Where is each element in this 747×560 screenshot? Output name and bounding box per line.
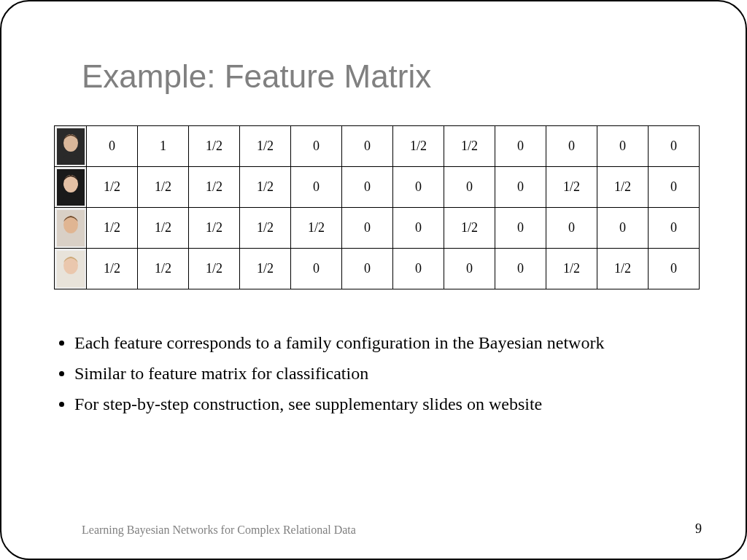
matrix-cell: 1/2 <box>87 208 138 249</box>
person-icon <box>57 169 85 206</box>
matrix-cell: 0 <box>393 167 444 208</box>
matrix-cell: 1/2 <box>291 208 342 249</box>
table-row: 1/21/21/21/2000001/21/20 <box>55 167 700 208</box>
matrix-cell: 1/2 <box>189 208 240 249</box>
matrix-cell: 0 <box>393 208 444 249</box>
matrix-cell: 0 <box>444 167 495 208</box>
matrix-cell: 1/2 <box>393 126 444 167</box>
bullet-item: Similar to feature matrix for classifica… <box>74 360 680 386</box>
matrix-cell: 0 <box>495 249 546 289</box>
matrix-cell: 1/2 <box>240 126 291 167</box>
table-row: 1/21/21/21/21/2001/20000 <box>55 208 700 249</box>
matrix-cell: 1/2 <box>240 167 291 208</box>
person-icon <box>57 251 85 287</box>
matrix-cell: 0 <box>495 167 546 208</box>
matrix-cell: 1/2 <box>240 208 291 249</box>
matrix-cell: 0 <box>597 208 649 249</box>
matrix-cell: 0 <box>87 126 138 167</box>
matrix-cell: 0 <box>342 167 393 208</box>
matrix-cell: 0 <box>649 208 700 249</box>
row-portrait-cell <box>55 126 87 167</box>
matrix-cell: 1/2 <box>138 249 189 289</box>
matrix-cell: 0 <box>342 249 393 289</box>
matrix-cell: 1/2 <box>240 249 291 289</box>
bullet-item: Each feature corresponds to a family con… <box>74 330 680 356</box>
matrix-cell: 0 <box>342 208 393 249</box>
matrix-cell: 0 <box>342 126 393 167</box>
bullet-list: Each feature corresponds to a family con… <box>54 330 680 421</box>
matrix-cell: 0 <box>393 249 444 289</box>
table-row: 011/21/2001/21/20000 <box>55 126 700 167</box>
matrix-cell: 0 <box>546 126 597 167</box>
matrix-cell: 0 <box>546 208 597 249</box>
row-portrait-cell <box>55 167 87 208</box>
bullet-item: For step-by-step construction, see suppl… <box>74 391 680 417</box>
slide-number: 9 <box>695 521 702 537</box>
person-icon <box>57 210 85 246</box>
matrix-cell: 1/2 <box>546 167 597 208</box>
matrix-cell: 1/2 <box>546 249 597 289</box>
matrix-cell: 0 <box>495 126 546 167</box>
matrix-cell: 1/2 <box>597 167 649 208</box>
slide-title: Example: Feature Matrix <box>82 58 431 95</box>
footer-caption: Learning Bayesian Networks for Complex R… <box>82 524 356 537</box>
matrix-cell: 0 <box>291 249 342 289</box>
person-icon <box>57 128 85 165</box>
matrix-cell: 0 <box>597 126 649 167</box>
matrix-cell: 0 <box>649 126 700 167</box>
matrix-cell: 1/2 <box>189 126 240 167</box>
table-row: 1/21/21/21/2000001/21/20 <box>55 249 700 289</box>
matrix-cell: 1 <box>138 126 189 167</box>
matrix-cell: 1/2 <box>87 249 138 289</box>
matrix-cell: 1/2 <box>138 167 189 208</box>
matrix-cell: 1/2 <box>444 208 495 249</box>
matrix-cell: 1/2 <box>597 249 649 289</box>
matrix-cell: 1/2 <box>189 249 240 289</box>
row-portrait-cell <box>55 208 87 249</box>
matrix-cell: 1/2 <box>189 167 240 208</box>
feature-matrix-table: 011/21/2001/21/200001/21/21/21/2000001/2… <box>54 125 700 289</box>
matrix-cell: 0 <box>649 249 700 289</box>
matrix-cell: 1/2 <box>444 126 495 167</box>
matrix-cell: 0 <box>291 126 342 167</box>
slide-frame: Example: Feature Matrix 011/21/2001/21/2… <box>0 0 747 560</box>
matrix-cell: 1/2 <box>87 167 138 208</box>
matrix-cell: 0 <box>444 249 495 289</box>
row-portrait-cell <box>55 249 87 289</box>
matrix-cell: 0 <box>291 167 342 208</box>
matrix-cell: 0 <box>495 208 546 249</box>
matrix-cell: 0 <box>649 167 700 208</box>
matrix-cell: 1/2 <box>138 208 189 249</box>
